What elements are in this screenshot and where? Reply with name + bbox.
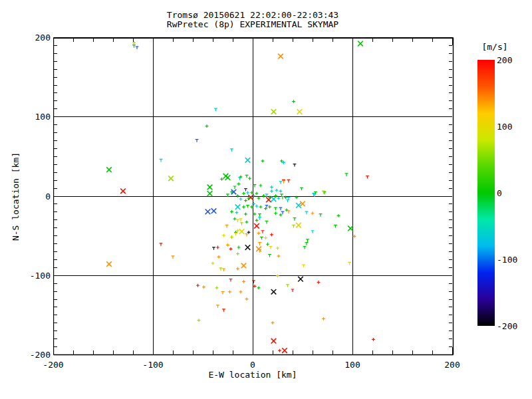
data-point bbox=[233, 186, 237, 189]
data-point bbox=[248, 177, 251, 180]
data-point bbox=[168, 176, 174, 181]
data-point bbox=[239, 290, 243, 293]
data-point bbox=[281, 196, 285, 199]
data-point bbox=[275, 189, 279, 192]
data-point bbox=[279, 207, 283, 210]
data-point bbox=[236, 252, 239, 255]
data-point bbox=[132, 45, 136, 48]
data-point bbox=[257, 286, 261, 289]
data-point bbox=[233, 217, 237, 221]
data-point bbox=[198, 319, 201, 322]
data-point bbox=[305, 211, 309, 214]
data-point bbox=[246, 191, 249, 194]
data-point bbox=[202, 285, 205, 289]
data-point bbox=[264, 236, 267, 239]
skymap-screen: Tromsø 20150621 22:02:00-22:03:43 RwPret… bbox=[0, 0, 532, 399]
data-point bbox=[319, 214, 323, 217]
data-point bbox=[216, 246, 219, 249]
data-point bbox=[225, 225, 229, 227]
data-point bbox=[219, 268, 223, 271]
x-tick-label: -100 bbox=[142, 360, 163, 370]
data-point bbox=[236, 229, 239, 233]
data-point bbox=[271, 338, 277, 344]
data-point bbox=[245, 245, 251, 250]
y-tick-label: -200 bbox=[20, 350, 51, 360]
colorbar-tick-label: 200 bbox=[497, 55, 512, 65]
data-point bbox=[311, 231, 315, 233]
data-point bbox=[286, 285, 289, 287]
data-point bbox=[269, 247, 273, 249]
data-point bbox=[239, 219, 243, 221]
data-point bbox=[281, 211, 285, 214]
data-point bbox=[337, 214, 340, 217]
data-point bbox=[235, 211, 239, 214]
data-point bbox=[257, 197, 261, 200]
y-axis-title: N-S location [km] bbox=[11, 140, 21, 253]
data-point bbox=[266, 243, 269, 246]
x-tick-label: 100 bbox=[344, 360, 360, 370]
data-point bbox=[334, 225, 337, 227]
data-point bbox=[245, 220, 249, 223]
y-tick-label: 200 bbox=[20, 33, 51, 43]
data-point bbox=[214, 108, 217, 111]
data-point bbox=[237, 246, 241, 249]
data-point bbox=[225, 175, 231, 180]
data-point bbox=[366, 176, 369, 178]
data-point bbox=[258, 214, 261, 217]
data-point bbox=[196, 140, 199, 142]
colorbar-tick-label: -200 bbox=[497, 321, 517, 331]
data-point bbox=[252, 202, 255, 205]
data-point bbox=[242, 192, 245, 196]
data-point bbox=[285, 209, 289, 212]
data-point bbox=[270, 190, 273, 193]
data-point bbox=[265, 221, 269, 223]
data-point bbox=[276, 275, 279, 278]
data-point bbox=[300, 188, 303, 190]
data-point bbox=[296, 223, 301, 228]
data-point bbox=[259, 184, 263, 188]
data-point bbox=[222, 269, 225, 271]
data-point bbox=[245, 158, 251, 163]
data-point bbox=[282, 161, 285, 164]
data-point bbox=[274, 211, 277, 215]
plot-title-block: Tromsø 20150621 22:02:00-22:03:43 RwPret… bbox=[53, 11, 452, 29]
x-tick-label: 0 bbox=[250, 360, 255, 370]
data-point bbox=[297, 109, 303, 114]
data-point bbox=[259, 205, 263, 209]
data-point bbox=[132, 41, 136, 45]
data-point bbox=[254, 223, 259, 229]
data-point bbox=[205, 209, 211, 215]
data-point bbox=[271, 289, 277, 295]
data-point bbox=[276, 247, 279, 250]
y-tick-label: 100 bbox=[20, 112, 51, 122]
data-point bbox=[280, 160, 283, 163]
data-point bbox=[230, 149, 233, 152]
data-point bbox=[245, 297, 249, 301]
data-point bbox=[261, 231, 265, 233]
data-point bbox=[136, 47, 139, 49]
data-point bbox=[292, 225, 295, 227]
data-point bbox=[298, 277, 303, 282]
data-point bbox=[230, 235, 233, 239]
data-point bbox=[106, 167, 112, 172]
data-point bbox=[244, 189, 247, 192]
data-point bbox=[237, 182, 241, 186]
data-point bbox=[246, 205, 249, 208]
data-point bbox=[260, 237, 263, 239]
data-point bbox=[244, 213, 247, 216]
colorbar-unit-label: [m/s] bbox=[469, 42, 520, 52]
data-point bbox=[345, 174, 348, 176]
data-point bbox=[160, 243, 163, 246]
data-point bbox=[242, 205, 245, 209]
data-point bbox=[258, 243, 261, 245]
data-point bbox=[216, 305, 219, 308]
data-point bbox=[229, 247, 233, 251]
data-point bbox=[291, 289, 295, 292]
data-point bbox=[205, 124, 209, 128]
data-point bbox=[236, 194, 239, 198]
data-point bbox=[258, 217, 261, 219]
data-point bbox=[255, 192, 259, 196]
colorbar-tick-label: -100 bbox=[497, 255, 517, 265]
colorbar-tick-label: 0 bbox=[497, 188, 502, 198]
data-point bbox=[322, 317, 325, 321]
